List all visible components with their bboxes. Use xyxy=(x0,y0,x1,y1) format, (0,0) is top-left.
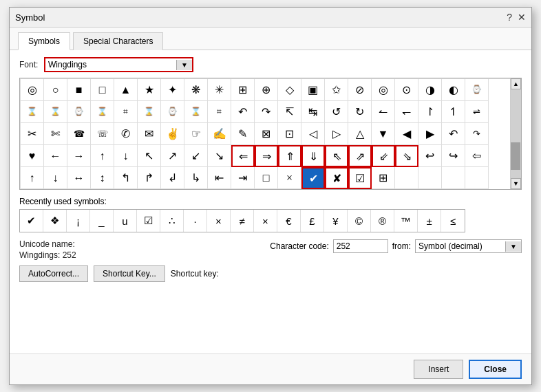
recent-cell[interactable]: £ xyxy=(301,210,324,232)
recent-cell[interactable]: ± xyxy=(418,210,441,232)
shortcut-key-button[interactable]: Shortcut Key... xyxy=(94,265,165,282)
sym-cell[interactable]: ◎ xyxy=(21,79,44,101)
scroll-thumb[interactable] xyxy=(511,142,520,170)
sym-cell[interactable]: ⊠ xyxy=(255,123,278,145)
sym-cell[interactable]: ❋ xyxy=(184,79,208,101)
close-button[interactable]: Close xyxy=(469,360,522,379)
recent-cell[interactable]: ❖ xyxy=(43,210,67,232)
sym-cell[interactable]: ▲ xyxy=(114,79,138,101)
sym-cell[interactable]: ◁ xyxy=(301,123,325,145)
help-icon[interactable]: ? xyxy=(507,12,512,23)
sym-cell[interactable]: ○ xyxy=(44,79,67,101)
recent-cell[interactable]: € xyxy=(277,210,301,232)
sym-cell[interactable]: ⊡ xyxy=(278,123,301,145)
sym-cell[interactable] xyxy=(395,167,418,189)
recent-cell[interactable]: × xyxy=(254,210,277,232)
sym-cell[interactable]: ◑ xyxy=(418,79,442,101)
sym-cell[interactable]: ⊞ xyxy=(231,79,255,101)
sym-cell[interactable]: △ xyxy=(348,123,372,145)
sym-cell[interactable]: ⇦ xyxy=(465,145,489,167)
sym-cell[interactable]: ↑ xyxy=(91,145,114,167)
sym-cell[interactable]: ↷ xyxy=(465,123,489,145)
sym-cell[interactable] xyxy=(418,167,442,189)
sym-cell[interactable]: ↕ xyxy=(91,167,114,189)
sym-cell[interactable]: ⇤ xyxy=(208,167,231,189)
sym-cell[interactable]: ↲ xyxy=(161,167,184,189)
sym-cell[interactable]: ⌛ xyxy=(21,101,44,123)
sym-cell[interactable]: ⇌ xyxy=(465,101,489,123)
sym-cell[interactable]: ↙ xyxy=(184,145,208,167)
sym-cell[interactable]: ☎ xyxy=(67,123,91,145)
sym-cell[interactable]: ◎ xyxy=(372,79,395,101)
sym-cell[interactable]: ↱ xyxy=(138,167,161,189)
sym-cell[interactable]: ⌚ xyxy=(465,79,489,101)
close-icon[interactable]: ✕ xyxy=(518,12,526,23)
sym-cell[interactable]: ▷ xyxy=(325,123,348,145)
sym-cell[interactable]: ✍ xyxy=(208,123,231,145)
sym-cell[interactable]: ◀ xyxy=(395,123,418,145)
sym-cell[interactable]: ↗ xyxy=(161,145,184,167)
sym-cell[interactable]: ✩ xyxy=(325,79,348,101)
sym-cell[interactable]: ↪ xyxy=(442,145,465,167)
sym-cell[interactable]: ⇒ xyxy=(255,145,278,167)
recent-cell[interactable]: ¡ xyxy=(67,210,90,232)
sym-cell-selected[interactable]: ✔ xyxy=(301,167,325,189)
sym-cell[interactable]: ✌ xyxy=(161,123,184,145)
insert-button[interactable]: Insert xyxy=(414,360,463,379)
sym-cell[interactable]: ↩ xyxy=(418,145,442,167)
sym-cell[interactable]: ⊘ xyxy=(348,79,372,101)
sym-cell[interactable]: ↑ xyxy=(21,167,44,189)
font-select[interactable]: Wingdings Arial Times New Roman Symbol W… xyxy=(45,58,176,71)
sym-cell[interactable]: □ xyxy=(91,79,114,101)
sym-cell[interactable]: ⇓ xyxy=(301,145,325,167)
tab-special-characters[interactable]: Special Characters xyxy=(73,32,163,50)
sym-cell[interactable]: ⇐ xyxy=(231,145,255,167)
sym-cell[interactable]: ◐ xyxy=(442,79,465,101)
sym-cell[interactable]: ↼ xyxy=(372,101,395,123)
sym-cell[interactable]: ↸ xyxy=(278,101,301,123)
sym-cell[interactable]: ⌛ xyxy=(91,101,114,123)
char-code-input[interactable] xyxy=(333,239,388,253)
sym-cell[interactable]: ↳ xyxy=(184,167,208,189)
recent-cell[interactable]: © xyxy=(348,210,371,232)
recent-cell[interactable]: ☑ xyxy=(137,210,160,232)
sym-cell[interactable]: ✄ xyxy=(44,123,67,145)
sym-cell[interactable]: ◇ xyxy=(278,79,301,101)
recent-cell[interactable]: ✔ xyxy=(20,210,43,232)
sym-cell[interactable]: ☞ xyxy=(184,123,208,145)
scroll-down-button[interactable]: ▼ xyxy=(511,178,521,189)
sym-cell[interactable]: ⌚ xyxy=(161,101,184,123)
from-select[interactable]: Symbol (decimal) ASCII (decimal) ASCII (… xyxy=(416,240,505,252)
sym-cell[interactable]: ← xyxy=(44,145,67,167)
sym-cell[interactable]: ↶ xyxy=(442,123,465,145)
sym-cell[interactable]: ↓ xyxy=(44,167,67,189)
scroll-up-button[interactable]: ▲ xyxy=(511,78,521,89)
sym-cell[interactable]: ↹ xyxy=(301,101,325,123)
sym-cell[interactable]: ↾ xyxy=(418,101,442,123)
recent-cell[interactable]: ≠ xyxy=(231,210,254,232)
sym-cell[interactable]: ↽ xyxy=(395,101,418,123)
sym-cell[interactable]: ↿ xyxy=(442,101,465,123)
sym-cell[interactable]: ⌛ xyxy=(44,101,67,123)
sym-cell[interactable]: ■ xyxy=(67,79,91,101)
recent-cell[interactable]: ™ xyxy=(394,210,418,232)
font-dropdown-arrow[interactable]: ▼ xyxy=(176,60,192,70)
recent-cell[interactable]: _ xyxy=(90,210,114,232)
recent-cell[interactable]: × xyxy=(207,210,231,232)
sym-cell[interactable]: ↔ xyxy=(67,167,91,189)
recent-cell[interactable]: ® xyxy=(371,210,394,232)
sym-cell[interactable]: ✳ xyxy=(208,79,231,101)
sym-cell[interactable]: ↘ xyxy=(208,145,231,167)
sym-cell[interactable]: ▣ xyxy=(301,79,325,101)
sym-cell[interactable]: ⇖ xyxy=(325,145,348,167)
sym-cell[interactable]: ✎ xyxy=(231,123,255,145)
sym-cell[interactable]: ★ xyxy=(138,79,161,101)
recent-cell[interactable]: u xyxy=(114,210,137,232)
sym-cell[interactable]: ↰ xyxy=(114,167,138,189)
sym-cell[interactable]: □ xyxy=(255,167,278,189)
sym-cell[interactable]: ✆ xyxy=(114,123,138,145)
sym-cell[interactable] xyxy=(442,167,465,189)
sym-cell[interactable]: ⇘ xyxy=(395,145,418,167)
sym-cell[interactable]: ⇥ xyxy=(231,167,255,189)
sym-cell[interactable]: ⌚ xyxy=(67,101,91,123)
